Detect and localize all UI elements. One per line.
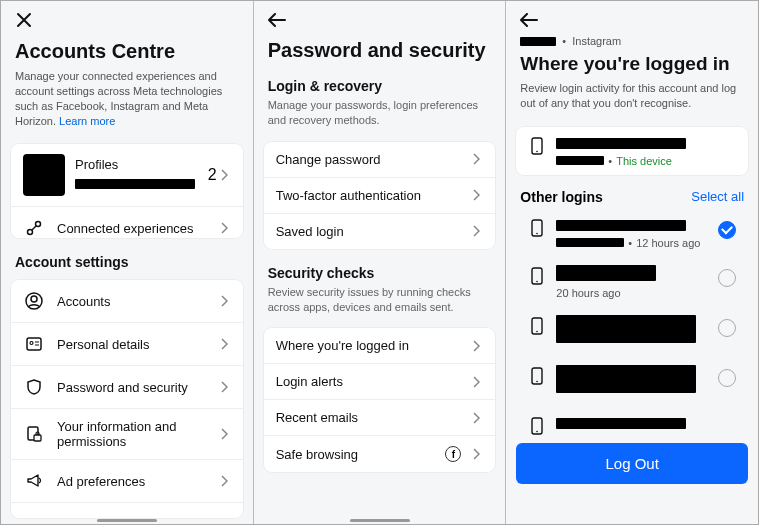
settings-payments[interactable]: Payments — [11, 503, 243, 518]
document-lock-icon — [23, 423, 45, 445]
phone-icon — [528, 317, 546, 335]
select-all-link[interactable]: Select all — [691, 189, 744, 204]
login-row[interactable]: •12 hours ago — [516, 209, 748, 257]
chevron-right-icon — [469, 224, 483, 238]
svg-rect-7 — [34, 435, 41, 441]
breadcrumb: • Instagram — [506, 35, 758, 49]
chevron-right-icon — [217, 427, 231, 441]
svg-rect-4 — [27, 338, 41, 350]
id-card-icon — [23, 333, 45, 355]
other-logins-heading: Other logins — [520, 189, 602, 205]
phone-icon — [528, 367, 546, 385]
page-title: Password and security — [254, 35, 506, 68]
chevron-right-icon — [217, 337, 231, 351]
scroll-indicator — [350, 519, 410, 522]
settings-ad-preferences[interactable]: Ad preferences — [11, 460, 243, 503]
page-subtitle: Review login activity for this account a… — [506, 81, 758, 121]
megaphone-icon — [23, 470, 45, 492]
phone-icon — [528, 219, 546, 237]
profiles-label: Profiles — [75, 157, 208, 172]
login-checkbox[interactable] — [718, 269, 736, 287]
recent-emails-row[interactable]: Recent emails — [264, 400, 496, 436]
security-checks-sub: Review security issues by running checks… — [254, 285, 506, 323]
chevron-right-icon — [469, 447, 483, 461]
connected-experiences-row[interactable]: Connected experiences — [11, 207, 243, 238]
page-subtitle: Manage your connected experiences and ac… — [1, 69, 253, 138]
login-checkbox[interactable] — [718, 369, 736, 387]
settings-accounts[interactable]: Accounts — [11, 280, 243, 323]
login-row[interactable] — [516, 307, 748, 357]
credit-card-icon — [23, 513, 45, 518]
chevron-right-icon — [217, 380, 231, 394]
logout-button[interactable]: Log Out — [516, 443, 748, 484]
current-device-row[interactable]: •This device — [516, 127, 748, 175]
profiles-row[interactable]: Profiles 2 — [11, 144, 243, 207]
change-password-row[interactable]: Change password — [264, 142, 496, 178]
svg-point-10 — [537, 150, 539, 152]
phone-icon — [528, 137, 546, 155]
page-title: Where you're logged in — [506, 49, 758, 81]
phone-icon — [528, 267, 546, 285]
facebook-icon: f — [445, 446, 461, 462]
connected-icon — [23, 217, 45, 238]
svg-point-18 — [537, 380, 539, 382]
login-row[interactable] — [516, 407, 748, 435]
settings-password-security[interactable]: Password and security — [11, 366, 243, 409]
this-device-label: This device — [616, 155, 672, 167]
login-ago: 12 hours ago — [636, 237, 700, 249]
chevron-right-icon — [217, 474, 231, 488]
chevron-right-icon — [469, 188, 483, 202]
back-icon[interactable] — [266, 9, 288, 31]
chevron-right-icon — [217, 168, 231, 182]
login-row[interactable]: 20 hours ago — [516, 257, 748, 307]
pane-where-logged-in: • Instagram Where you're logged in Revie… — [506, 1, 758, 524]
account-settings-heading: Account settings — [1, 244, 253, 274]
login-row[interactable] — [516, 357, 748, 407]
login-checkbox[interactable] — [718, 319, 736, 337]
scroll-indicator — [97, 519, 157, 522]
shield-icon — [23, 376, 45, 398]
chevron-right-icon — [217, 294, 231, 308]
where-logged-in-row[interactable]: Where you're logged in — [264, 328, 496, 364]
login-ago: 20 hours ago — [556, 287, 620, 299]
saved-login-row[interactable]: Saved login — [264, 214, 496, 249]
chevron-right-icon — [469, 411, 483, 425]
user-icon — [23, 290, 45, 312]
chevron-right-icon — [217, 517, 231, 518]
avatar — [23, 154, 65, 196]
profiles-count: 2 — [208, 166, 217, 184]
pane-accounts-centre: Accounts Centre Manage your connected ex… — [1, 1, 254, 524]
svg-point-16 — [537, 330, 539, 332]
learn-more-link[interactable]: Learn more — [59, 115, 115, 127]
pane-password-security: Password and security Login & recovery M… — [254, 1, 507, 524]
two-factor-row[interactable]: Two-factor authentication — [264, 178, 496, 214]
chevron-right-icon — [469, 339, 483, 353]
safe-browsing-row[interactable]: Safe browsing f — [264, 436, 496, 472]
settings-list: Accounts Personal details Password and s… — [11, 280, 243, 518]
settings-personal-details[interactable]: Personal details — [11, 323, 243, 366]
login-checkbox[interactable] — [718, 221, 736, 239]
close-icon[interactable] — [13, 9, 35, 31]
settings-info-permissions[interactable]: Your information and permissions — [11, 409, 243, 460]
chevron-right-icon — [217, 221, 231, 235]
svg-point-0 — [28, 230, 33, 235]
svg-point-12 — [537, 232, 539, 234]
svg-point-20 — [537, 430, 539, 432]
back-icon[interactable] — [518, 9, 540, 31]
svg-point-14 — [537, 280, 539, 282]
svg-point-3 — [31, 296, 37, 302]
chevron-right-icon — [469, 375, 483, 389]
chevron-right-icon — [469, 152, 483, 166]
svg-point-5 — [30, 342, 33, 345]
security-checks-heading: Security checks — [254, 255, 506, 285]
phone-icon — [528, 417, 546, 435]
login-alerts-row[interactable]: Login alerts — [264, 364, 496, 400]
login-recovery-sub: Manage your passwords, login preferences… — [254, 98, 506, 136]
svg-point-1 — [36, 222, 41, 227]
page-title: Accounts Centre — [1, 36, 253, 69]
connected-label: Connected experiences — [57, 221, 217, 236]
login-recovery-heading: Login & recovery — [254, 68, 506, 98]
